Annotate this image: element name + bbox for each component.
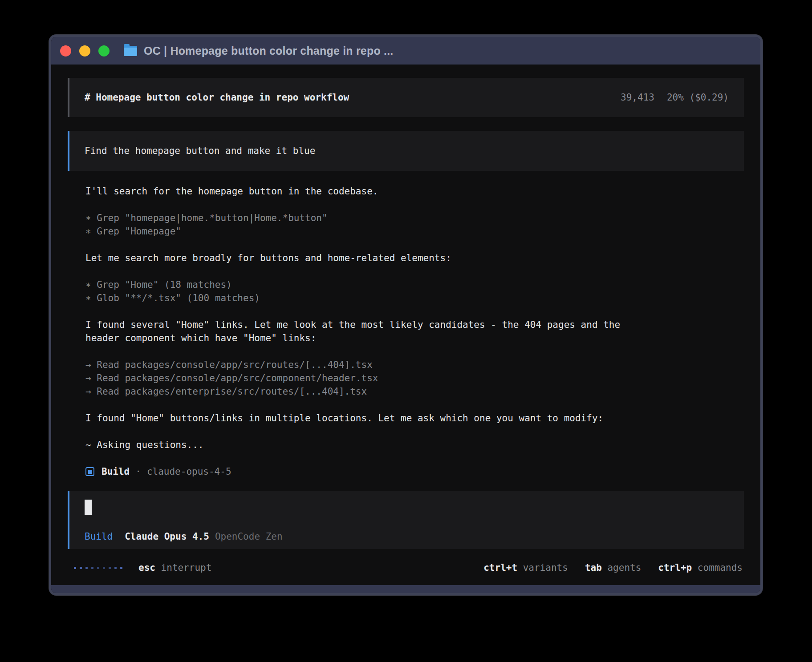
assistant-transcript: I'll search for the homepage button in t…: [68, 185, 744, 452]
input-agent-label[interactable]: Build: [85, 531, 113, 542]
transcript-blank-line: [68, 345, 744, 358]
working-spinner-dots: [74, 567, 122, 569]
ctrl-p-key-label: ctrl+p: [658, 562, 692, 573]
terminal-content: # Homepage button color change in repo w…: [51, 65, 760, 585]
agents-label: agents: [607, 562, 641, 573]
spinner-dot: [109, 567, 111, 569]
hint-interrupt: esc interrupt: [138, 562, 211, 573]
traffic-lights: [60, 45, 110, 57]
prompt-input[interactable]: Build Claude Opus 4.5 OpenCode Zen: [68, 491, 744, 549]
esc-key-label: esc: [138, 562, 155, 573]
folder-icon: [124, 46, 137, 56]
session-stats: 39,413 20% ($0.29): [621, 92, 729, 103]
spinner-dot: [97, 567, 99, 569]
token-count: 39,413: [621, 92, 654, 103]
transcript-tool-line: → Read packages/enterprise/src/routes/[.…: [68, 385, 744, 398]
titlebar-title-group: OC | Homepage button color change in rep…: [124, 44, 393, 57]
transcript-tool-line: ∗ Grep "Homepage": [68, 225, 744, 238]
hint-commands: ctrl+p commands: [658, 562, 743, 573]
context-cost: 20% ($0.29): [667, 92, 729, 103]
footer-left: esc interrupt: [74, 562, 211, 573]
transcript-text-line: I'll search for the homepage button in t…: [68, 185, 744, 198]
spinner-dot: [74, 567, 76, 569]
status-footer: esc interrupt ctrl+t variants tab agents…: [68, 558, 744, 577]
transcript-blank-line: [68, 265, 744, 278]
spinner-dot: [91, 567, 93, 569]
transcript-text-line: header component which have "Home" links…: [68, 331, 744, 345]
transcript-blank-line: [68, 398, 744, 412]
terminal-window: OC | Homepage button color change in rep…: [49, 35, 763, 595]
build-agent-icon: [85, 467, 94, 476]
transcript-blank-line: [68, 425, 744, 438]
spinner-dot: [85, 567, 88, 569]
commands-label: commands: [698, 562, 743, 573]
window-bottom-frame: [51, 585, 760, 593]
spacer: [68, 452, 744, 465]
model-selector-row: Build Claude Opus 4.5 OpenCode Zen: [85, 531, 729, 542]
user-message: Find the homepage button and make it blu…: [68, 131, 744, 171]
close-button[interactable]: [60, 45, 71, 57]
spinner-dot: [103, 567, 105, 569]
window-titlebar[interactable]: OC | Homepage button color change in rep…: [51, 37, 760, 65]
input-model-label[interactable]: Claude Opus 4.5: [125, 531, 209, 542]
transcript-text-line: Let me search more broadly for buttons a…: [68, 251, 744, 265]
status-separator: ·: [135, 466, 141, 477]
transcript-tool-line: → Read packages/console/app/src/routes/[…: [68, 358, 744, 371]
text-cursor: [85, 500, 92, 515]
zoom-button[interactable]: [98, 45, 110, 57]
session-header: # Homepage button color change in repo w…: [68, 78, 744, 117]
ctrl-t-key-label: ctrl+t: [483, 562, 517, 573]
transcript-text-line: ~ Asking questions...: [68, 438, 744, 452]
transcript-tool-line: → Read packages/console/app/src/componen…: [68, 371, 744, 385]
transcript-blank-line: [68, 305, 744, 318]
spinner-dot: [120, 567, 122, 569]
tab-key-label: tab: [585, 562, 602, 573]
transcript-blank-line: [68, 198, 744, 211]
session-title: # Homepage button color change in repo w…: [85, 92, 349, 103]
window-title: OC | Homepage button color change in rep…: [144, 44, 393, 57]
agent-model: claude-opus-4-5: [147, 466, 231, 477]
agent-status-line: Build · claude-opus-4-5: [68, 465, 744, 478]
transcript-text-line: I found "Home" buttons/links in multiple…: [68, 412, 744, 425]
minimize-button[interactable]: [79, 45, 90, 57]
spinner-dot: [114, 567, 117, 569]
hint-variants: ctrl+t variants: [483, 562, 568, 573]
variants-label: variants: [523, 562, 568, 573]
user-message-text: Find the homepage button and make it blu…: [85, 145, 315, 156]
transcript-tool-line: ∗ Grep "homepage|home.*button|Home.*butt…: [68, 211, 744, 225]
spinner-dot: [80, 567, 82, 569]
interrupt-label: interrupt: [161, 562, 212, 573]
input-provider-label: OpenCode Zen: [215, 531, 283, 542]
transcript-tool-line: ∗ Glob "**/*.tsx" (100 matches): [68, 291, 744, 305]
transcript-blank-line: [68, 238, 744, 251]
agent-name: Build: [102, 466, 130, 477]
transcript-text-line: I found several "Home" links. Let me loo…: [68, 318, 744, 331]
footer-right: ctrl+t variants tab agents ctrl+p comman…: [483, 562, 743, 573]
hint-agents: tab agents: [585, 562, 641, 573]
transcript-tool-line: ∗ Grep "Home" (18 matches): [68, 278, 744, 291]
